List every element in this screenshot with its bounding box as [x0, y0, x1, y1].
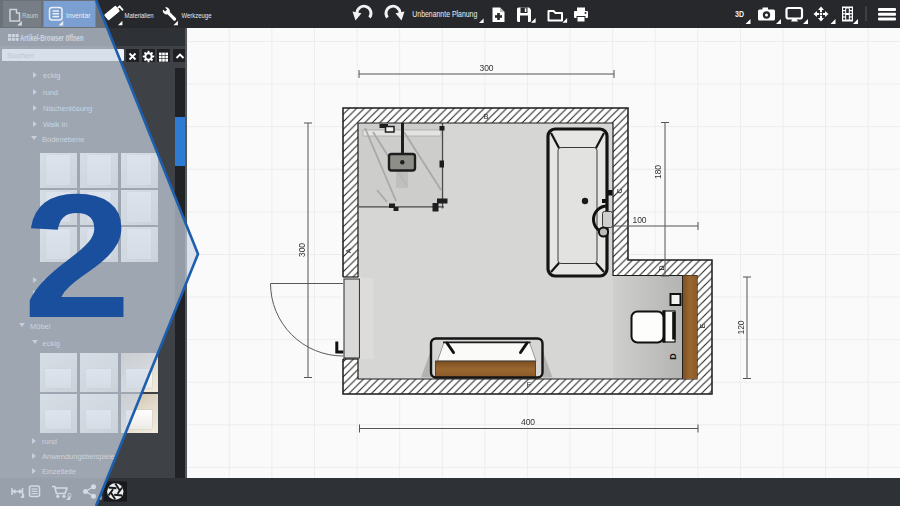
svg-text:Werkzeuge: Werkzeuge — [182, 11, 212, 20]
svg-text:Unbenannte Planung: Unbenannte Planung — [412, 10, 477, 19]
svg-text:Raum: Raum — [22, 11, 38, 20]
svg-text:180: 180 — [653, 165, 663, 179]
svg-text:F: F — [527, 381, 531, 388]
svg-text:300: 300 — [479, 63, 493, 73]
svg-text:E: E — [699, 323, 706, 328]
svg-text:D: D — [668, 353, 678, 360]
svg-text:3D: 3D — [735, 9, 744, 19]
svg-text:Materialien: Materialien — [125, 11, 154, 20]
svg-text:C: C — [616, 188, 623, 193]
svg-text:A: A — [345, 248, 352, 253]
svg-text:D: D — [658, 265, 665, 270]
svg-text:100: 100 — [632, 215, 646, 225]
svg-text:Inventar: Inventar — [66, 11, 91, 20]
svg-text:300: 300 — [297, 243, 307, 257]
svg-text:120: 120 — [736, 320, 746, 334]
svg-text:B: B — [484, 113, 489, 120]
svg-text:400: 400 — [521, 417, 535, 427]
